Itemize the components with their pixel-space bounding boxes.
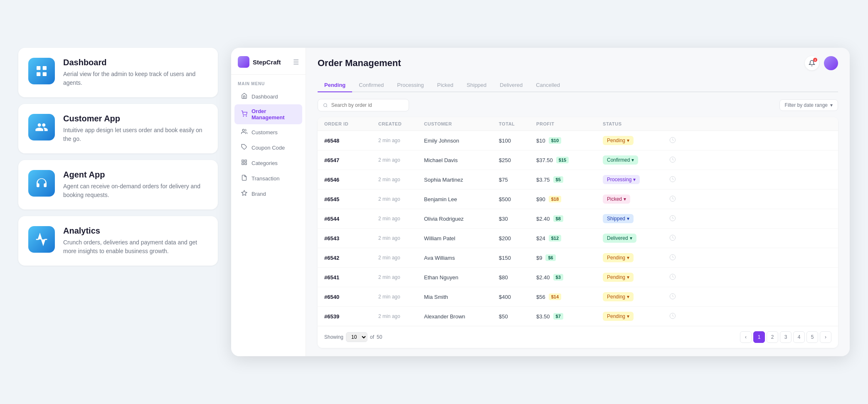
status-dropdown[interactable]: Pending ▾	[603, 312, 634, 321]
status-dropdown[interactable]: Pending ▾	[603, 273, 634, 282]
next-page-button[interactable]: ›	[820, 331, 831, 343]
status-cell[interactable]: Picked ▾	[603, 195, 669, 204]
profit-cell: $2.40 $3	[536, 274, 603, 281]
profit-amount: $56	[536, 294, 545, 300]
status-dropdown[interactable]: Shipped ▾	[603, 214, 634, 223]
status-dropdown[interactable]: Delivered ▾	[603, 234, 636, 243]
feature-desc: Aerial view for the admin to keep track …	[63, 70, 208, 87]
chevron-down-icon: ▾	[627, 216, 629, 222]
svg-line-14	[326, 106, 327, 107]
action-cell[interactable]	[669, 234, 686, 242]
table-column-header	[669, 121, 686, 126]
filter-button[interactable]: Filter by date range ▾	[779, 99, 838, 111]
svg-point-4	[243, 116, 244, 116]
sidebar: StepCraft ☰ MAIN MENU Dashboard Order Ma…	[231, 48, 306, 356]
status-cell[interactable]: Shipped ▾	[603, 214, 669, 223]
action-cell[interactable]	[669, 137, 686, 145]
chevron-down-icon: ▾	[624, 196, 626, 202]
table-column-header: CUSTOMER	[424, 121, 499, 126]
clock-icon	[669, 195, 676, 202]
sidebar-item-order-management[interactable]: Order Management	[234, 104, 302, 124]
status-dropdown[interactable]: Pending ▾	[603, 292, 634, 301]
tab-cancelled[interactable]: Cancelled	[529, 79, 567, 92]
search-input[interactable]	[331, 102, 404, 108]
search-box[interactable]	[318, 99, 409, 111]
page-button-5[interactable]: 5	[806, 331, 818, 343]
status-cell[interactable]: Delivered ▾	[603, 234, 669, 243]
tab-pending[interactable]: Pending	[318, 79, 352, 92]
header-actions: 4	[805, 56, 838, 70]
action-cell[interactable]	[669, 195, 686, 203]
action-cell[interactable]	[669, 293, 686, 301]
created-cell: 2 min ago	[378, 157, 424, 163]
page-title: Order Management	[318, 58, 401, 69]
created-cell: 2 min ago	[378, 274, 424, 280]
table-row: #6539 2 min ago Alexander Brown $50 $3.5…	[318, 307, 838, 326]
showing-label: Showing	[324, 334, 343, 340]
sidebar-item-coupon-code[interactable]: Coupon Code	[234, 140, 302, 155]
action-cell[interactable]	[669, 176, 686, 184]
svg-rect-10	[242, 163, 244, 165]
action-cell[interactable]	[669, 215, 686, 223]
sidebar-item-categories[interactable]: Categories	[234, 155, 302, 170]
order-table: ORDER IDCREATEDCUSTOMERTOTALPROFITSTATUS…	[318, 117, 838, 348]
table-row: #6548 2 min ago Emily Johnson $100 $10 $…	[318, 131, 838, 150]
status-dropdown[interactable]: Pending ▾	[603, 253, 634, 262]
page-button-3[interactable]: 3	[780, 331, 792, 343]
status-dropdown[interactable]: Processing ▾	[603, 175, 640, 184]
status-cell[interactable]: Pending ▾	[603, 273, 669, 282]
svg-marker-12	[242, 190, 247, 195]
status-dropdown[interactable]: Pending ▾	[603, 136, 634, 145]
tab-picked[interactable]: Picked	[431, 79, 460, 92]
feature-title: Agent App	[63, 170, 208, 180]
feature-text-dashboard: Dashboard Aerial view for the admin to k…	[63, 58, 208, 87]
order-id-cell: #6542	[324, 255, 378, 261]
chevron-down-icon: ▾	[627, 255, 629, 261]
customer-cell: Ethan Nguyen	[424, 274, 499, 281]
customer-cell: Alexander Brown	[424, 313, 499, 320]
chevron-down-icon: ▾	[627, 313, 629, 319]
sidebar-item-dashboard[interactable]: Dashboard	[234, 89, 302, 104]
page-button-4[interactable]: 4	[793, 331, 805, 343]
tab-shipped[interactable]: Shipped	[460, 79, 493, 92]
page-button-2[interactable]: 2	[767, 331, 778, 343]
per-page-select[interactable]: 10 25 50	[346, 332, 367, 342]
customer-cell: Sophia Martinez	[424, 177, 499, 183]
tab-processing[interactable]: Processing	[390, 79, 430, 92]
sidebar-item-brand[interactable]: Brand	[234, 186, 302, 201]
action-cell[interactable]	[669, 156, 686, 164]
action-cell[interactable]	[669, 254, 686, 262]
clock-icon	[669, 313, 676, 319]
status-cell[interactable]: Pending ▾	[603, 253, 669, 262]
status-cell[interactable]: Pending ▾	[603, 136, 669, 145]
app-window: StepCraft ☰ MAIN MENU Dashboard Order Ma…	[231, 48, 850, 356]
profit-amount: $2.40	[536, 274, 550, 281]
tab-delivered[interactable]: Delivered	[493, 79, 529, 92]
status-dropdown[interactable]: Confirmed ▾	[603, 155, 638, 165]
status-cell[interactable]: Pending ▾	[603, 292, 669, 301]
profit-badge: $5	[553, 176, 563, 183]
status-cell[interactable]: Processing ▾	[603, 175, 669, 184]
sidebar-item-customers[interactable]: Customers	[234, 125, 302, 140]
page-button-1[interactable]: 1	[753, 331, 765, 343]
customer-cell: Benjamin Lee	[424, 196, 499, 202]
total-cell: $150	[499, 255, 536, 261]
notification-button[interactable]: 4	[805, 56, 819, 70]
action-cell[interactable]	[669, 313, 686, 320]
status-dropdown[interactable]: Picked ▾	[603, 195, 630, 204]
status-cell[interactable]: Pending ▾	[603, 312, 669, 321]
svg-rect-11	[245, 163, 247, 165]
headset-feature-icon	[28, 170, 55, 197]
table-column-header: ORDER ID	[324, 121, 378, 126]
user-avatar[interactable]	[824, 56, 838, 70]
action-cell[interactable]	[669, 273, 686, 281]
svg-rect-1	[43, 66, 47, 70]
sidebar-toggle-icon[interactable]: ☰	[293, 58, 299, 66]
status-cell[interactable]: Confirmed ▾	[603, 155, 669, 165]
customer-cell: Michael Davis	[424, 157, 499, 163]
sidebar-item-transaction[interactable]: Transaction	[234, 171, 302, 186]
profit-amount: $2.40	[536, 216, 550, 222]
created-cell: 2 min ago	[378, 196, 424, 202]
prev-page-button[interactable]: ‹	[740, 331, 752, 343]
tab-confirmed[interactable]: Confirmed	[352, 79, 390, 92]
